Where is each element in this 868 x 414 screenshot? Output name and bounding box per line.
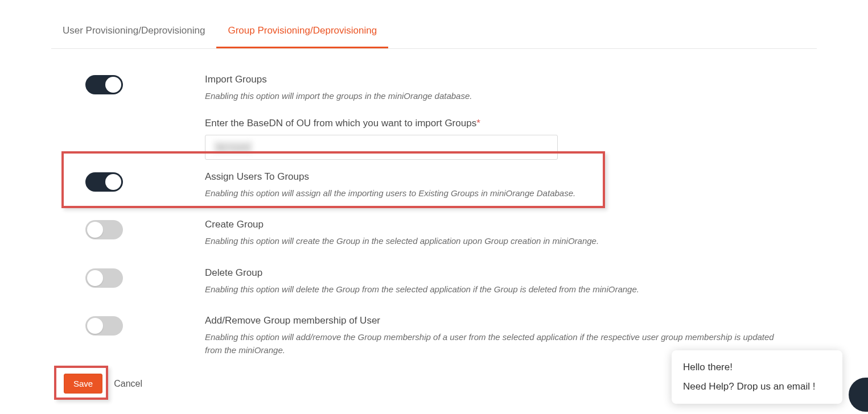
settings-list: Import Groups Enabling this option will … [51, 66, 817, 368]
toggle-create-group[interactable] [85, 220, 123, 239]
row-create-group: Create Group Enabling this option will c… [85, 211, 817, 259]
basedn-input[interactable]: dc=com [205, 135, 558, 160]
row-basedn: Enter the BaseDN of OU from which you wa… [85, 114, 817, 163]
import-groups-desc: Enabling this option will import the gro… [205, 90, 783, 103]
import-groups-title: Import Groups [205, 74, 783, 85]
toggle-assign-users[interactable] [85, 172, 123, 192]
chat-popup[interactable]: Hello there! Need Help? Drop us an email… [672, 350, 842, 404]
assign-users-title: Assign Users To Groups [205, 171, 783, 183]
assign-users-desc: Enabling this option will assign all the… [205, 187, 783, 200]
chat-line-2: Need Help? Drop us an email ! [683, 380, 831, 394]
row-delete-group: Delete Group Enabling this option will d… [85, 259, 817, 308]
toggle-membership[interactable] [85, 316, 123, 336]
basedn-value: dc=com [213, 141, 253, 153]
tabs: User Provisioning/Deprovisioning Group P… [51, 17, 817, 49]
chat-line-1: Hello there! [683, 361, 831, 374]
row-import-groups: Import Groups Enabling this option will … [85, 66, 817, 114]
cancel-button[interactable]: Cancel [114, 379, 142, 389]
toggle-delete-group[interactable] [85, 268, 123, 288]
create-group-desc: Enabling this option will create the Gro… [205, 235, 783, 248]
delete-group-desc: Enabling this option will delete the Gro… [205, 283, 783, 296]
membership-title: Add/Remove Group membership of User [205, 315, 783, 326]
basedn-label: Enter the BaseDN of OU from which you wa… [205, 118, 783, 129]
create-group-title: Create Group [205, 219, 783, 230]
tab-group-provisioning[interactable]: Group Provisioning/Deprovisioning [216, 17, 388, 48]
save-button[interactable]: Save [64, 374, 102, 394]
toggle-import-groups[interactable] [85, 75, 123, 94]
delete-group-title: Delete Group [205, 267, 783, 279]
row-assign-users: Assign Users To Groups Enabling this opt… [85, 163, 817, 212]
tab-user-provisioning[interactable]: User Provisioning/Deprovisioning [51, 17, 216, 48]
